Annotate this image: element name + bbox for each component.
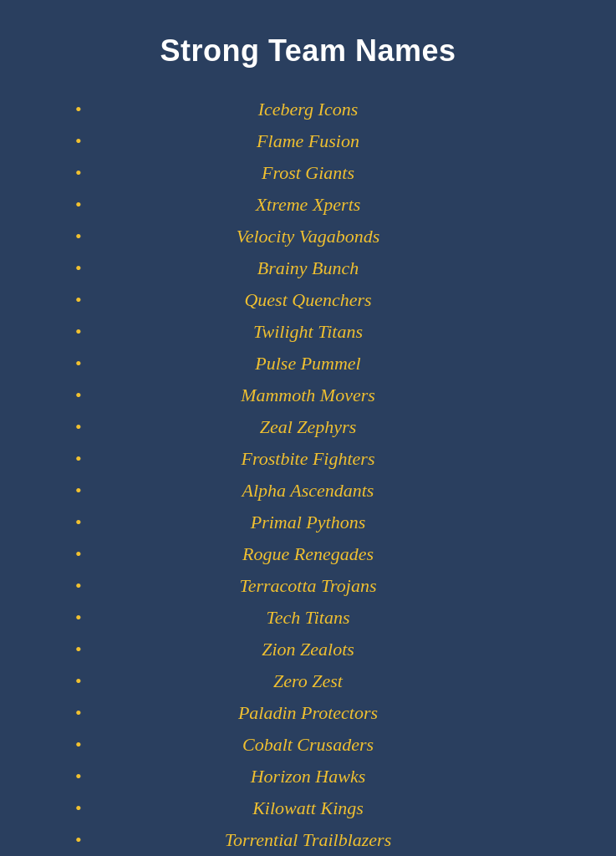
team-name-text: Pulse Pummel	[255, 353, 360, 374]
list-item: Tech Titans	[50, 602, 566, 634]
team-name-text: Terracotta Trojans	[239, 575, 376, 597]
list-item: Cobalt Crusaders	[50, 729, 566, 761]
team-name-text: Primal Pythons	[251, 512, 366, 533]
team-name-text: Torrential Trailblazers	[225, 829, 392, 851]
list-item: Rogue Renegades	[50, 538, 566, 570]
team-name-text: Flame Fusion	[257, 130, 359, 152]
list-item: Zeal Zephyrs	[50, 411, 566, 443]
team-name-text: Tech Titans	[266, 607, 349, 629]
list-item: Pulse Pummel	[50, 348, 566, 380]
list-item: Frostbite Fighters	[50, 443, 566, 475]
team-name-text: Rogue Renegades	[242, 543, 374, 565]
list-item: Twilight Titans	[50, 316, 566, 348]
list-item: Quest Quenchers	[50, 284, 566, 316]
team-name-text: Quest Quenchers	[244, 289, 371, 311]
list-item: Primal Pythons	[50, 507, 566, 538]
list-item: Frost Giants	[50, 157, 566, 189]
team-names-list: Iceberg IconsFlame FusionFrost GiantsXtr…	[50, 94, 566, 856]
team-name-text: Horizon Hawks	[251, 766, 366, 787]
team-name-text: Iceberg Icons	[258, 99, 359, 120]
list-item: Velocity Vagabonds	[50, 221, 566, 252]
team-name-text: Velocity Vagabonds	[237, 226, 380, 247]
list-item: Iceberg Icons	[50, 94, 566, 125]
list-item: Mammoth Movers	[50, 380, 566, 411]
team-name-text: Zion Zealots	[262, 639, 354, 660]
team-name-text: Alpha Ascendants	[242, 480, 374, 502]
team-name-text: Paladin Protectors	[238, 702, 378, 724]
team-name-text: Frost Giants	[262, 162, 354, 184]
list-item: Xtreme Xperts	[50, 189, 566, 221]
team-name-text: Twilight Titans	[253, 321, 363, 343]
team-name-text: Zeal Zephyrs	[260, 416, 357, 438]
list-item: Brainy Bunch	[50, 252, 566, 284]
team-name-text: Mammoth Movers	[241, 385, 375, 406]
list-item: Flame Fusion	[50, 125, 566, 157]
list-item: Horizon Hawks	[50, 761, 566, 792]
list-item: Kilowatt Kings	[50, 792, 566, 824]
list-item: Torrential Trailblazers	[50, 824, 566, 856]
team-name-text: Xtreme Xperts	[256, 194, 361, 216]
list-item: Zero Zest	[50, 665, 566, 697]
list-item: Paladin Protectors	[50, 697, 566, 729]
page-title: Strong Team Names	[160, 33, 456, 69]
list-item: Zion Zealots	[50, 634, 566, 665]
list-item: Terracotta Trojans	[50, 570, 566, 602]
team-name-text: Brainy Bunch	[257, 257, 359, 279]
team-name-text: Cobalt Crusaders	[242, 734, 374, 756]
team-name-text: Kilowatt Kings	[252, 797, 364, 819]
team-name-text: Zero Zest	[273, 670, 343, 692]
list-item: Alpha Ascendants	[50, 475, 566, 507]
team-name-text: Frostbite Fighters	[242, 448, 375, 470]
